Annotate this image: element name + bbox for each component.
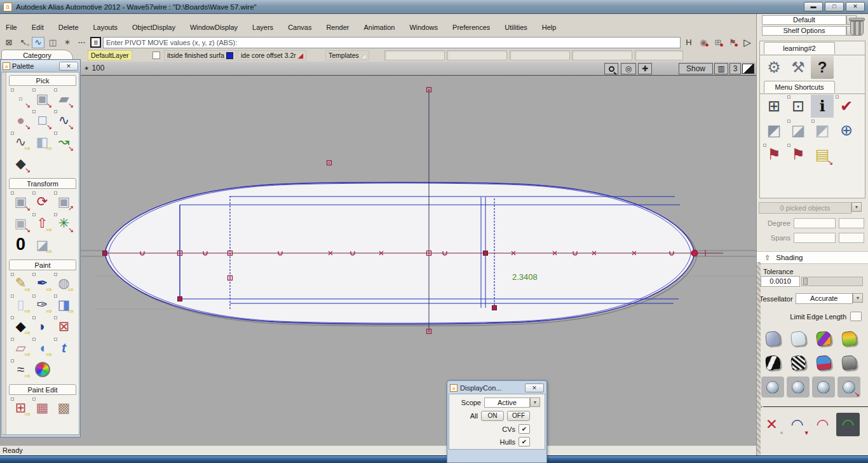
color-wheel-icon[interactable]	[32, 359, 53, 380]
paint-edit-dots-icon[interactable]: ▦	[32, 397, 53, 418]
menu-item-canvas[interactable]: Canvas	[288, 24, 311, 31]
paint-canvas-x-icon[interactable]: ⊠	[53, 315, 74, 336]
prompt-input[interactable]	[103, 37, 681, 48]
shade-curvature-icon[interactable]	[812, 352, 835, 373]
menu-item-layers[interactable]: Layers	[252, 24, 273, 31]
pick-nothing-icon[interactable]: ▫↘	[10, 88, 31, 109]
layer-checkbox[interactable]	[153, 52, 160, 59]
menu-item-utilities[interactable]: Utilities	[505, 24, 527, 31]
hulls-checkbox[interactable]: ✔	[519, 437, 530, 446]
shade-flat-icon[interactable]	[787, 328, 810, 349]
pick-label-icon[interactable]: ↝↘	[53, 131, 74, 152]
shade-multi-icon[interactable]	[812, 328, 835, 349]
proportional-mod-icon[interactable]: ✳↘	[53, 212, 74, 233]
layer-slot-empty[interactable]	[384, 50, 445, 60]
menu-item-windows[interactable]: Windows	[409, 24, 438, 31]
rotate-icon[interactable]: ⟳	[32, 191, 53, 212]
construction-point-icon[interactable]: ◉●	[697, 37, 710, 48]
tessellator-select[interactable]: Accurate ▼	[796, 293, 853, 304]
learning-gear-icon[interactable]: ⚙	[763, 56, 785, 79]
shade-evaluate-icon[interactable]	[837, 328, 860, 349]
paint-text-icon[interactable]: t	[53, 337, 74, 358]
menu-item-animation[interactable]: Animation	[364, 24, 395, 31]
transform-cv-icon[interactable]: ◪⇨	[32, 234, 53, 255]
view-count-button[interactable]: 3	[729, 63, 741, 74]
shortcut-globe-icon[interactable]: ⊕	[835, 119, 858, 142]
pick-object-types-icon[interactable]: ∿⇨	[10, 131, 31, 152]
degree-field-1[interactable]	[794, 218, 836, 228]
degree-field-2[interactable]	[839, 218, 864, 228]
menu-item-delete[interactable]: Delete	[58, 24, 79, 31]
panel-corner-toggle-icon[interactable]	[742, 64, 754, 74]
pick-object-icon[interactable]: ▣↘	[32, 88, 53, 109]
paint-eraser-icon[interactable]: ▯⇨	[10, 294, 31, 315]
palette-section-pick[interactable]: Pick	[9, 75, 76, 86]
maximize-icon[interactable]: □	[825, 2, 844, 11]
shelf-set-select[interactable]: Default ▼	[762, 15, 846, 25]
paint-curves-icon[interactable]: ≈⇨	[10, 359, 31, 380]
shortcut-info-icon[interactable]: ℹ	[811, 95, 834, 118]
minimize-icon[interactable]: ▬	[804, 2, 823, 11]
shortcut-shade-b-icon[interactable]: ◪	[787, 119, 810, 142]
all-off-button[interactable]: OFF	[507, 411, 530, 421]
paint-marker-icon[interactable]: ✒⇨	[32, 272, 53, 293]
learning-help-icon[interactable]: ?	[811, 56, 834, 79]
uv-edit-icon[interactable]: ✕▫	[760, 413, 783, 436]
menu-item-help[interactable]: Help	[542, 24, 557, 31]
paint-wash-icon[interactable]: ◖⇨	[32, 337, 53, 358]
zoom-tool-button[interactable]	[604, 63, 618, 74]
dialog-close-icon[interactable]: ✕	[525, 384, 544, 392]
paint-airbrush-icon[interactable]: ◍⇨	[53, 272, 74, 293]
chevron-down-icon[interactable]: ▼	[853, 293, 863, 303]
tab-menu-shortcuts[interactable]: Menu Shortcuts	[764, 81, 835, 93]
shortcut-locators-icon[interactable]: ⚑	[787, 143, 810, 166]
shortcut-export-icon[interactable]: ▤↘	[811, 143, 834, 166]
paint-edit-wipe-icon[interactable]: ▩	[53, 397, 74, 418]
learning-tools-icon[interactable]: ⚒	[787, 56, 810, 79]
move-icon[interactable]: ▣↘	[10, 191, 31, 212]
paint-canvas-icon[interactable]: ▱⇨	[10, 337, 31, 358]
move-normal-icon[interactable]: ⇧⇨	[32, 212, 53, 233]
prompt-history-icon[interactable]: ≡	[90, 37, 101, 48]
shading-section-header[interactable]: ⇧ Shading	[757, 251, 868, 264]
shade-wireframe-icon[interactable]	[761, 328, 784, 349]
shortcut-confirm-icon[interactable]: ✔	[835, 95, 858, 118]
menu-item-render[interactable]: Render	[326, 24, 349, 31]
layer-defaultlayer[interactable]: DefaultLayer	[88, 50, 132, 60]
tolerance-input[interactable]: 0.0010	[761, 276, 800, 287]
menu-item-edit[interactable]: Edit	[32, 24, 44, 31]
paint-bucket-icon[interactable]: ◨⇨	[53, 294, 74, 315]
shade-bw-icon[interactable]	[761, 352, 784, 373]
zero-transform-icon[interactable]: 0	[10, 234, 31, 255]
pan-tool-button[interactable]: ✚	[638, 63, 652, 74]
palette-section-transform[interactable]: Transform	[9, 178, 76, 189]
spans-field-2[interactable]	[839, 233, 864, 243]
palette-close-icon[interactable]: ✕	[59, 62, 78, 71]
palette-title-bar[interactable]: a Palette ✕	[1, 60, 79, 72]
collapse-arrow-icon[interactable]: ⇧	[764, 254, 770, 262]
curvature-comb-icon[interactable]: ◠	[811, 413, 834, 436]
all-on-button[interactable]: ON	[481, 411, 504, 421]
tolerance-slider[interactable]	[801, 277, 863, 286]
pick-component-icon[interactable]: ●↘	[10, 109, 31, 130]
pick-visible-icon[interactable]: ◆↘	[10, 153, 31, 174]
ruler-button[interactable]: ▥	[714, 63, 728, 74]
shade-sphere1-icon[interactable]	[761, 377, 784, 397]
show-button[interactable]: Show	[679, 63, 713, 74]
trash-icon[interactable]	[849, 18, 865, 37]
pick-surface-cv-icon[interactable]: ◧⇨	[32, 131, 53, 152]
more-options-icon[interactable]: •••	[76, 37, 88, 48]
shortcut-layout-icon[interactable]: ⊡	[787, 95, 810, 118]
shortcut-shade-c-icon[interactable]: ◩	[811, 119, 834, 142]
palette-section-paint-edit[interactable]: Paint Edit	[9, 384, 76, 395]
play-prompt-icon[interactable]: ▷	[741, 37, 754, 48]
scale-icon[interactable]: ▣↗	[53, 191, 74, 212]
layer-templates[interactable]: Templates ◢	[325, 50, 369, 60]
palette-section-paint[interactable]: Paint	[9, 259, 76, 270]
shelf-options-select[interactable]: Shelf Options ▼	[762, 26, 846, 36]
history-icon[interactable]: H	[682, 37, 695, 48]
comb-analysis-icon[interactable]: ◠	[836, 413, 860, 436]
chevron-down-icon[interactable]: ▼	[851, 202, 862, 212]
paint-brush-icon[interactable]: ✑⇨	[32, 294, 53, 315]
move-pivot-icon[interactable]: ▣↘	[10, 212, 31, 233]
